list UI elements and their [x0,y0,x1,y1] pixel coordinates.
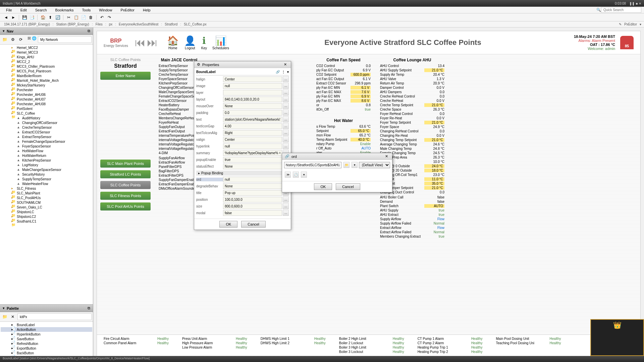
data-row[interactable]: r Off_AutoAUTO [315,146,372,150]
tree-item[interactable]: ▸ 📁 Porchester_AHU08 [1,102,92,106]
data-row[interactable]: AHU Supply Setpoint21.0 °C [379,68,446,72]
data-row[interactable]: Foyer Temp Setpoint21.0 °C [379,120,446,125]
tree-item[interactable]: ▸ 📁 MainBoilerRoom [1,73,92,78]
prev-arrow-icon[interactable]: ⏮ [135,37,146,49]
breadcrumb-station[interactable]: Station (BRP_Energy) [55,22,91,26]
data-row[interactable]: AHU Valve1.3 V [379,77,446,81]
property-input[interactable] [223,190,282,196]
data-row[interactable]: Plant SwitchAUTO [379,204,446,208]
menu-file[interactable]: File [3,7,15,13]
palette-open-icon[interactable]: 📁 [1,313,8,320]
data-row[interactable]: mon Flow65.2 °C [315,133,372,137]
tree-item[interactable]: ▲ ExtractTempSensor [1,134,92,139]
data-row[interactable]: ndary PumpEnable [315,142,372,146]
more-icon[interactable]: … [283,116,289,122]
tree-item[interactable]: ▸ 📁 SLC_Coffee [1,111,92,116]
collapse-icon[interactable]: ▾ [3,306,5,310]
detach-icon[interactable]: ⧉ [88,29,90,33]
data-row[interactable]: Return Air Temp20.9 °C [379,81,446,85]
data-row[interactable]: AHU Boiler Callfalse [379,195,446,199]
data-row[interactable]: s Flow Temp63.6 °C [315,124,372,129]
edit-icon[interactable]: ✎ [619,22,622,26]
cut-button[interactable]: ✂ [65,14,72,21]
palette-item[interactable]: ▸ 📄 RefreshButton [1,341,92,346]
nav-refresh-icon[interactable]: ⟳ [17,36,24,43]
tree-item[interactable]: ▲ MaleChangeSpaceSensor [1,167,92,172]
refresh-button[interactable]: 🔄 [54,14,61,21]
close-icon[interactable]: ✕ [384,154,389,159]
more-icon[interactable]: … [283,143,289,149]
data-row[interactable]: Male Changing Temp24.8 °C [379,146,446,151]
tree-item[interactable]: ▲ KitchenPrepSensor [1,158,92,163]
menu-edit[interactable]: Edit [17,7,30,13]
data-row[interactable]: Changing Temp Setpoint21.0 °C [379,138,446,142]
window-controls[interactable]: ❚❚ ■ ✕ [629,2,641,5]
menu-pxeditor[interactable]: PxEditor [117,7,138,13]
more-icon[interactable]: … [283,103,289,109]
link-icon[interactable]: 🔗 [276,70,280,74]
property-input[interactable] [223,130,282,136]
tree-item[interactable]: ▲ FoyerSpaceSensor [1,144,92,148]
redo-button[interactable]: ↷ [106,14,113,21]
tree-item[interactable]: ▸ 📁 MickeyStarNursery [1,83,92,87]
menu-icon[interactable]: ▾ [287,70,289,74]
property-input[interactable] [223,150,282,156]
tree-item[interactable]: ▲ ExtractCO2Sensor [1,130,92,134]
data-row[interactable]: AHU Dampers0.0 [379,90,446,94]
tree-item[interactable]: ▲ HotWaterFlow [1,148,92,153]
property-input[interactable] [223,157,282,163]
data-row[interactable]: Setpoint65.0 °C [315,129,372,133]
view-select[interactable]: (Default View) [359,162,390,168]
palette-item[interactable]: ▸ 📄 ExportButton [1,346,92,351]
more-icon[interactable]: … [283,136,289,142]
tree-item[interactable]: ▲ SecurityHistory [1,172,92,177]
breadcrumb-ip[interactable]: 194.164.17.171 (BRP_Energy) [3,22,51,26]
breadcrumb-sub[interactable]: Stratford [163,22,179,26]
dropdown-icon[interactable]: ▾ [640,22,641,26]
palette-filter-input[interactable] [17,313,92,320]
tree-item[interactable]: ▸ 📁 ShipstonLC2 [1,214,92,219]
paste-button[interactable]: 📄 [80,14,87,21]
property-input[interactable] [223,76,282,82]
back-button[interactable]: ◄ [3,14,9,21]
collapse-icon[interactable]: ▾ [3,29,5,33]
tree-item[interactable]: ▲ ChangingOffCoilSensor [1,120,92,125]
dropdown-icon[interactable]: ▾ [352,162,358,168]
data-row[interactable]: Changing ReHeat Control0.0 [379,129,446,133]
more-icon[interactable]: … [283,110,289,116]
data-row[interactable]: Foyer ReHeat Control0.0 [379,112,446,116]
data-row[interactable]: Average Changing Temp24.6 °C [379,142,446,146]
tree-item[interactable]: ▸ 📁 SLC_Fitness [1,186,92,191]
data-row[interactable]: Extract AirflowFlow [379,226,446,230]
save-button[interactable]: 💾 [21,14,28,21]
more-icon[interactable]: … [283,76,289,82]
up-button[interactable]: ⬆ [47,14,54,21]
tree-item[interactable]: ▲ HotWaterReturn [1,153,92,158]
more-icon[interactable]: … [283,96,289,102]
nav-config-icon[interactable]: ⚙ [9,36,16,43]
tree-item[interactable]: ▸ 📁 Porchester_AHU07 [1,97,92,102]
quick-search-input[interactable] [601,7,641,13]
palette-close-icon[interactable]: ✕ [9,313,16,320]
data-row[interactable]: Members Changing Extracttrue [379,234,446,239]
more-icon[interactable]: … [283,83,289,89]
data-row[interactable]: ply Fan EC MAX8.6 V [315,99,372,103]
data-row[interactable]: AHU Extracttrue [379,213,446,217]
property-input[interactable] [223,137,282,142]
property-input[interactable] [223,90,282,96]
property-input[interactable] [223,183,282,189]
alarm-bell-icon[interactable]: 85 [620,36,634,49]
property-input[interactable] [223,210,282,216]
property-input[interactable] [223,143,282,149]
tree-item[interactable]: ▸ 📁 Seven_Oaks_LC [1,205,92,209]
more-icon[interactable]: … [283,210,289,216]
more-icon[interactable]: … [283,130,289,136]
tree-item[interactable]: ▸ 📁 Porchester_AHU06 [1,92,92,97]
cancel-button[interactable]: Cancel [241,221,265,228]
palette-item[interactable]: ▸ 📄 BoundLabel [1,322,92,327]
data-row[interactable]: ply Fan EC Output6.9 V [315,68,372,72]
data-row[interactable]: ply Fan EC MIN6.1 V [315,85,372,90]
breadcrumb-px[interactable]: px [108,22,114,26]
tree-item[interactable]: ▸ 📁 MCC5_Pod_Plantroom [1,69,92,73]
property-input[interactable] [223,117,282,122]
